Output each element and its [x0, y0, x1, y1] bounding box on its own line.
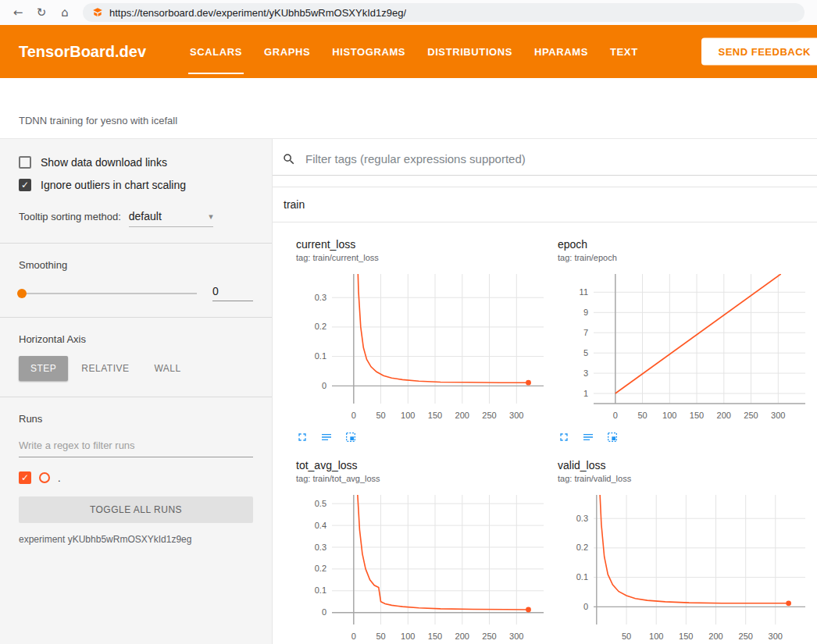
svg-text:0.1: 0.1	[576, 572, 588, 582]
run-color-solo-icon[interactable]	[39, 472, 50, 483]
main-panel: train current_loss tag: train/current_lo…	[273, 139, 817, 644]
chart-valid-loss: valid_loss tag: train/valid_loss 5010015…	[558, 459, 812, 644]
smoothing-slider[interactable]	[19, 293, 197, 294]
app-header: TensorBoard.dev SCALARS GRAPHS HISTOGRAM…	[0, 25, 817, 78]
svg-text:0: 0	[351, 632, 356, 641]
back-icon[interactable]: ←	[8, 0, 28, 25]
chart-tot-avg-loss: tot_avg_loss tag: train/tot_avg_loss 050…	[296, 459, 550, 644]
tensorboard-logo[interactable]: TensorBoard.dev	[19, 25, 146, 78]
address-bar[interactable]: https://tensorboard.dev/experiment/yKUbh…	[83, 3, 805, 22]
chart-epoch: epoch tag: train/epoch 05010015020025030…	[558, 238, 812, 443]
content: Show data download links ✓ Ignore outlie…	[0, 139, 817, 644]
svg-text:100: 100	[401, 411, 415, 420]
line-chart[interactable]: 0501001502002503001357911	[558, 269, 812, 425]
tab-histograms[interactable]: HISTOGRAMS	[321, 25, 416, 78]
svg-text:150: 150	[428, 411, 442, 420]
runs-label: Runs	[19, 413, 253, 425]
line-chart[interactable]: 05010015020025030000.10.20.30.40.5	[296, 490, 550, 644]
svg-text:50: 50	[637, 411, 647, 420]
smoothing-slider-row: 0	[19, 285, 253, 301]
svg-text:150: 150	[690, 411, 704, 420]
svg-text:150: 150	[428, 632, 442, 641]
svg-text:250: 250	[739, 632, 753, 641]
smoothing-value-input[interactable]: 0	[212, 285, 253, 301]
expand-chart-icon[interactable]	[296, 431, 309, 443]
tensorboard-favicon	[92, 7, 103, 18]
svg-text:50: 50	[622, 632, 631, 641]
svg-text:100: 100	[662, 411, 676, 420]
ignore-outliers-row: ✓ Ignore outliers in chart scaling	[19, 179, 253, 191]
svg-text:0: 0	[613, 411, 618, 420]
svg-text:50: 50	[376, 411, 385, 420]
y-axis-settings-icon[interactable]	[320, 431, 333, 443]
show-download-checkbox[interactable]	[19, 156, 31, 169]
experiment-title: TDNN training for yesno with icefall	[19, 115, 177, 126]
svg-text:250: 250	[482, 632, 496, 641]
divider	[0, 317, 272, 318]
tab-graphs[interactable]: GRAPHS	[253, 25, 321, 78]
svg-text:0.3: 0.3	[315, 293, 326, 302]
tag-filter-row	[273, 139, 817, 176]
run-checkbox[interactable]: ✓	[19, 471, 31, 484]
check-icon: ✓	[21, 180, 29, 190]
svg-text:7: 7	[583, 328, 588, 337]
tag-group-card: train current_loss tag: train/current_lo…	[273, 187, 817, 644]
svg-text:0.2: 0.2	[576, 543, 588, 552]
svg-text:0.4: 0.4	[315, 521, 326, 530]
svg-text:1: 1	[583, 389, 588, 398]
chart-tag: tag: train/valid_loss	[558, 474, 812, 483]
tooltip-sorting-select[interactable]: default ▾	[129, 210, 213, 227]
send-feedback-button[interactable]: SEND FEEDBACK	[701, 38, 817, 66]
tab-hparams[interactable]: HPARAMS	[523, 25, 599, 78]
toggle-all-runs-button[interactable]: TOGGLE ALL RUNS	[19, 496, 253, 523]
tab-scalars[interactable]: SCALARS	[179, 25, 253, 78]
axis-step-button[interactable]: STEP	[19, 356, 68, 381]
chart-toolbar	[558, 431, 812, 443]
experiment-id-text: experiment yKUbhb5wRmOSXYkId1z9eg	[19, 534, 253, 545]
expand-chart-icon[interactable]	[558, 431, 570, 443]
svg-text:0.5: 0.5	[315, 499, 326, 508]
run-name: .	[58, 472, 61, 484]
horizontal-axis-label: Horizontal Axis	[19, 333, 253, 345]
svg-text:300: 300	[509, 632, 523, 641]
y-axis-settings-icon[interactable]	[582, 431, 594, 443]
refresh-icon[interactable]: ↻	[31, 0, 52, 25]
runs-filter-input[interactable]	[19, 434, 253, 457]
svg-text:300: 300	[771, 411, 785, 420]
ignore-outliers-checkbox[interactable]: ✓	[19, 179, 31, 191]
svg-text:11: 11	[580, 287, 588, 297]
tag-filter-input[interactable]	[304, 151, 805, 166]
svg-text:250: 250	[744, 411, 758, 420]
chart-tag: tag: train/tot_avg_loss	[296, 474, 550, 483]
svg-text:0: 0	[322, 607, 326, 617]
divider	[0, 243, 272, 244]
svg-text:300: 300	[509, 411, 523, 420]
check-icon: ✓	[21, 473, 29, 482]
chevron-down-icon: ▾	[209, 212, 213, 222]
axis-relative-button[interactable]: RELATIVE	[70, 356, 141, 381]
svg-text:0: 0	[583, 602, 588, 611]
fit-domain-icon[interactable]	[606, 431, 619, 443]
chart-title: valid_loss	[558, 459, 812, 471]
show-download-row: Show data download links	[19, 156, 253, 169]
svg-text:100: 100	[649, 632, 663, 641]
fit-domain-icon[interactable]	[344, 431, 357, 443]
chart-current-loss: current_loss tag: train/current_loss 050…	[296, 238, 550, 443]
svg-text:0: 0	[322, 381, 326, 390]
smoothing-slider-thumb[interactable]	[17, 289, 27, 298]
line-chart[interactable]: 5010015020025030000.10.20.3	[558, 490, 812, 644]
line-chart[interactable]: 05010015020025030000.10.20.3	[296, 269, 550, 425]
axis-wall-button[interactable]: WALL	[142, 356, 192, 381]
chart-title: current_loss	[296, 238, 550, 251]
browser-toolbar: ← ↻ ⌂ https://tensorboard.dev/experiment…	[0, 0, 817, 25]
run-row: ✓ .	[19, 471, 253, 484]
tab-distributions[interactable]: DISTRIBUTIONS	[416, 25, 523, 78]
svg-text:150: 150	[679, 632, 693, 641]
chart-toolbar	[296, 431, 550, 443]
svg-text:3: 3	[583, 368, 588, 378]
ignore-outliers-label: Ignore outliers in chart scaling	[41, 179, 186, 191]
tab-text[interactable]: TEXT	[599, 25, 649, 78]
tag-group-title[interactable]: train	[273, 187, 817, 222]
home-icon[interactable]: ⌂	[55, 0, 75, 25]
svg-text:250: 250	[482, 411, 496, 420]
